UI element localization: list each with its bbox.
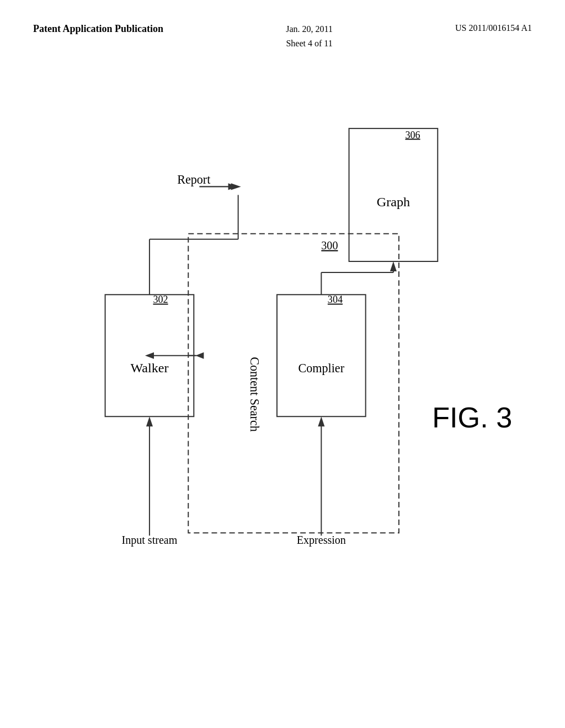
input-stream-label: Input stream [121, 534, 177, 547]
sheet-info: Jan. 20, 2011 Sheet 4 of 11 [286, 22, 333, 50]
svg-marker-1 [195, 352, 204, 359]
ref-300: 300 [321, 239, 338, 251]
patent-number: US 2011/0016154 A1 [455, 22, 532, 34]
report-label: Report [177, 173, 210, 186]
ref-302: 302 [153, 294, 168, 305]
ref-306: 306 [405, 130, 420, 141]
publication-title: Patent Application Publication [33, 22, 163, 36]
content-search-label: Content Search [248, 357, 262, 432]
page-header: Patent Application Publication Jan. 20, … [0, 0, 565, 50]
diagram-area: Content Search 300 Walker 302 Complier 3… [33, 83, 532, 695]
expression-label: Expression [297, 534, 346, 547]
diagram-svg: Content Search 300 Walker 302 Complier 3… [33, 83, 532, 695]
complier-label: Complier [299, 361, 345, 375]
expression-arrow [318, 416, 324, 426]
cs-to-walker-arrow [145, 352, 154, 359]
complier-box [277, 295, 366, 416]
graph-label: Graph [377, 195, 410, 209]
ref-304: 304 [328, 294, 343, 305]
fig-label: FIG. 3 [432, 402, 512, 433]
input-stream-arrow [146, 416, 153, 426]
graph-arrow [390, 261, 397, 271]
walker-label: Walker [130, 361, 168, 375]
content-search-boundary [188, 234, 399, 533]
